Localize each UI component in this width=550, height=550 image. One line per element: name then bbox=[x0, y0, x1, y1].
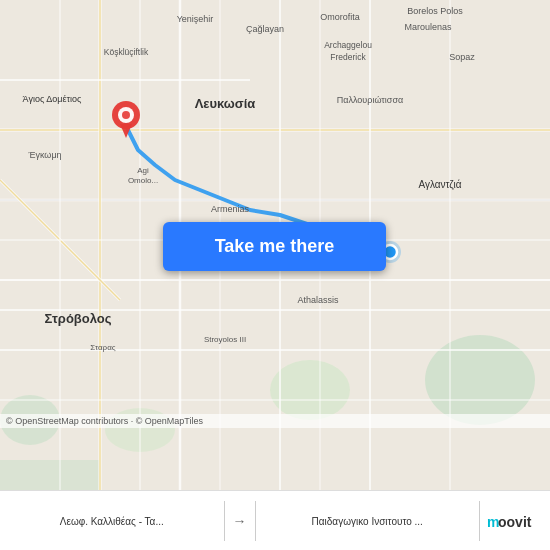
svg-text:Stroyolos III: Stroyolos III bbox=[204, 335, 246, 344]
svg-text:Έγκωμη: Έγκωμη bbox=[27, 150, 61, 160]
svg-text:Maroulenas: Maroulenas bbox=[404, 22, 452, 32]
button-label: Take me there bbox=[215, 236, 335, 257]
svg-text:oovit: oovit bbox=[498, 514, 532, 530]
svg-text:Agi: Agi bbox=[137, 166, 149, 175]
origin-label: Λεωφ. Καλλιθέας - Τα... bbox=[60, 516, 164, 528]
route-arrow-container: → bbox=[225, 509, 255, 533]
svg-text:Άγιος Δομέτιος: Άγιος Δομέτιος bbox=[23, 94, 82, 104]
copyright-text: © OpenStreetMap contributors · © OpenMap… bbox=[6, 416, 203, 426]
svg-point-1 bbox=[425, 335, 535, 425]
svg-text:Köşklüçiftlik: Köşklüçiftlik bbox=[104, 47, 149, 57]
svg-text:Yenişehir: Yenişehir bbox=[177, 14, 214, 24]
route-arrow-icon: → bbox=[233, 513, 247, 529]
svg-rect-3 bbox=[0, 460, 100, 490]
svg-point-52 bbox=[122, 111, 130, 119]
destination-stop[interactable]: Παιδαγωγικο Ινσιτουτο ... bbox=[256, 510, 480, 532]
svg-text:Παλλουριώτισσα: Παλλουριώτισσα bbox=[337, 95, 403, 105]
destination-label: Παιδαγωγικο Ινσιτουτο ... bbox=[312, 516, 423, 528]
svg-point-4 bbox=[270, 360, 350, 420]
origin-stop[interactable]: Λεωφ. Καλλιθέας - Τα... bbox=[0, 510, 224, 532]
bottom-bar: Λεωφ. Καλλιθέας - Τα... → Παιδαγωγικο Ιν… bbox=[0, 490, 550, 550]
take-me-there-button[interactable]: Take me there bbox=[163, 222, 386, 271]
svg-text:Omorofita: Omorofita bbox=[320, 12, 360, 22]
svg-text:Archaggelou: Archaggelou bbox=[324, 40, 372, 50]
copyright-bar: © OpenStreetMap contributors · © OpenMap… bbox=[0, 414, 550, 428]
svg-text:Λευκωσία: Λευκωσία bbox=[195, 96, 256, 111]
moovit-logo: m oovit bbox=[485, 510, 545, 532]
svg-text:Armenias: Armenias bbox=[211, 204, 250, 214]
svg-text:Frederick: Frederick bbox=[330, 52, 366, 62]
moovit-logo-container: m oovit bbox=[480, 506, 550, 536]
svg-text:Αγλαντζιά: Αγλαντζιά bbox=[418, 179, 461, 191]
svg-text:Sopaz: Sopaz bbox=[449, 52, 475, 62]
svg-text:Σταρας: Σταρας bbox=[90, 343, 115, 352]
svg-text:Omolo...: Omolo... bbox=[128, 176, 158, 185]
svg-text:Στρόβολος: Στρόβολος bbox=[44, 311, 111, 326]
svg-text:Athalassis: Athalassis bbox=[297, 295, 339, 305]
svg-text:Borelos Polos: Borelos Polos bbox=[407, 6, 463, 16]
svg-text:Çağlayan: Çağlayan bbox=[246, 24, 284, 34]
map-container: Yenişehir Omorofita Borelos Polos Çağlay… bbox=[0, 0, 550, 490]
